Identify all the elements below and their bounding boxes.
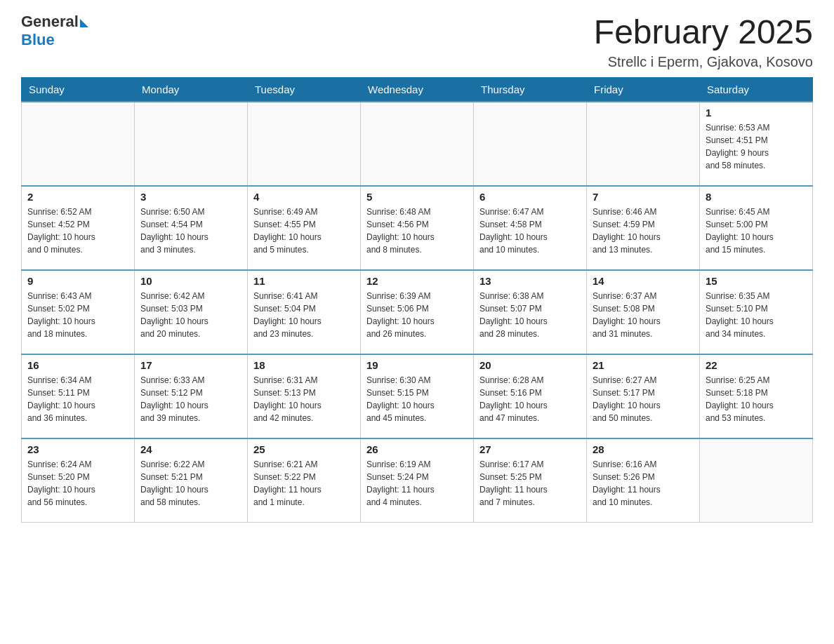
calendar-cell xyxy=(474,102,587,186)
day-number: 23 xyxy=(27,443,128,455)
month-title: February 2025 xyxy=(594,14,813,51)
page-header: General Blue February 2025 Strellc i Epe… xyxy=(21,14,813,70)
day-info: Sunrise: 6:37 AMSunset: 5:08 PMDaylight:… xyxy=(593,290,694,340)
day-number: 10 xyxy=(140,275,241,287)
day-number: 9 xyxy=(27,275,128,287)
day-number: 15 xyxy=(706,275,807,287)
calendar-week-row: 2Sunrise: 6:52 AMSunset: 4:52 PMDaylight… xyxy=(22,186,813,270)
day-number: 8 xyxy=(706,191,807,203)
calendar-cell: 8Sunrise: 6:45 AMSunset: 5:00 PMDaylight… xyxy=(700,186,813,270)
calendar-cell: 17Sunrise: 6:33 AMSunset: 5:12 PMDayligh… xyxy=(135,354,248,438)
logo-general-text: General xyxy=(21,14,79,29)
day-info: Sunrise: 6:34 AMSunset: 5:11 PMDaylight:… xyxy=(27,374,128,424)
weekday-header-tuesday: Tuesday xyxy=(248,77,361,102)
day-info: Sunrise: 6:41 AMSunset: 5:04 PMDaylight:… xyxy=(253,290,355,340)
day-info: Sunrise: 6:30 AMSunset: 5:15 PMDaylight:… xyxy=(366,374,468,424)
day-number: 12 xyxy=(366,275,468,287)
calendar-cell: 6Sunrise: 6:47 AMSunset: 4:58 PMDaylight… xyxy=(474,186,587,270)
calendar-cell xyxy=(587,102,700,186)
calendar-cell: 26Sunrise: 6:19 AMSunset: 5:24 PMDayligh… xyxy=(361,438,474,523)
calendar-cell: 23Sunrise: 6:24 AMSunset: 5:20 PMDayligh… xyxy=(22,438,135,523)
day-number: 3 xyxy=(140,191,241,203)
day-info: Sunrise: 6:27 AMSunset: 5:17 PMDaylight:… xyxy=(593,374,694,424)
calendar-cell: 10Sunrise: 6:42 AMSunset: 5:03 PMDayligh… xyxy=(135,270,248,354)
weekday-header-sunday: Sunday xyxy=(22,77,135,102)
day-number: 24 xyxy=(140,443,241,455)
weekday-header-monday: Monday xyxy=(135,77,248,102)
day-info: Sunrise: 6:31 AMSunset: 5:13 PMDaylight:… xyxy=(253,374,355,424)
calendar-cell xyxy=(700,438,813,523)
calendar-cell: 20Sunrise: 6:28 AMSunset: 5:16 PMDayligh… xyxy=(474,354,587,438)
day-info: Sunrise: 6:43 AMSunset: 5:02 PMDaylight:… xyxy=(27,290,128,340)
day-info: Sunrise: 6:33 AMSunset: 5:12 PMDaylight:… xyxy=(140,374,241,424)
day-info: Sunrise: 6:50 AMSunset: 4:54 PMDaylight:… xyxy=(140,206,241,256)
day-number: 25 xyxy=(253,443,355,455)
day-info: Sunrise: 6:47 AMSunset: 4:58 PMDaylight:… xyxy=(479,206,581,256)
weekday-header-wednesday: Wednesday xyxy=(361,77,474,102)
calendar-cell: 18Sunrise: 6:31 AMSunset: 5:13 PMDayligh… xyxy=(248,354,361,438)
day-number: 28 xyxy=(593,443,694,455)
day-info: Sunrise: 6:16 AMSunset: 5:26 PMDaylight:… xyxy=(593,458,694,509)
calendar-cell: 15Sunrise: 6:35 AMSunset: 5:10 PMDayligh… xyxy=(700,270,813,354)
calendar-cell: 16Sunrise: 6:34 AMSunset: 5:11 PMDayligh… xyxy=(22,354,135,438)
calendar-cell: 1Sunrise: 6:53 AMSunset: 4:51 PMDaylight… xyxy=(700,102,813,186)
calendar-cell: 12Sunrise: 6:39 AMSunset: 5:06 PMDayligh… xyxy=(361,270,474,354)
weekday-header-thursday: Thursday xyxy=(474,77,587,102)
day-number: 7 xyxy=(593,191,694,203)
calendar-cell xyxy=(22,102,135,186)
calendar-cell: 13Sunrise: 6:38 AMSunset: 5:07 PMDayligh… xyxy=(474,270,587,354)
day-number: 18 xyxy=(253,359,355,371)
title-block: February 2025 Strellc i Eperm, Gjakova, … xyxy=(594,14,813,70)
calendar-cell: 27Sunrise: 6:17 AMSunset: 5:25 PMDayligh… xyxy=(474,438,587,523)
calendar-week-row: 1Sunrise: 6:53 AMSunset: 4:51 PMDaylight… xyxy=(22,102,813,186)
day-number: 27 xyxy=(479,443,581,455)
day-info: Sunrise: 6:48 AMSunset: 4:56 PMDaylight:… xyxy=(366,206,468,256)
location-subtitle: Strellc i Eperm, Gjakova, Kosovo xyxy=(594,54,813,70)
day-number: 11 xyxy=(253,275,355,287)
calendar-cell: 28Sunrise: 6:16 AMSunset: 5:26 PMDayligh… xyxy=(587,438,700,523)
day-number: 17 xyxy=(140,359,241,371)
calendar-table: SundayMondayTuesdayWednesdayThursdayFrid… xyxy=(21,77,813,523)
calendar-cell: 14Sunrise: 6:37 AMSunset: 5:08 PMDayligh… xyxy=(587,270,700,354)
day-info: Sunrise: 6:28 AMSunset: 5:16 PMDaylight:… xyxy=(479,374,581,424)
calendar-cell: 4Sunrise: 6:49 AMSunset: 4:55 PMDaylight… xyxy=(248,186,361,270)
day-number: 5 xyxy=(366,191,468,203)
calendar-cell: 7Sunrise: 6:46 AMSunset: 4:59 PMDaylight… xyxy=(587,186,700,270)
day-info: Sunrise: 6:38 AMSunset: 5:07 PMDaylight:… xyxy=(479,290,581,340)
calendar-week-row: 16Sunrise: 6:34 AMSunset: 5:11 PMDayligh… xyxy=(22,354,813,438)
day-number: 26 xyxy=(366,443,468,455)
day-info: Sunrise: 6:24 AMSunset: 5:20 PMDaylight:… xyxy=(27,458,128,509)
calendar-week-row: 23Sunrise: 6:24 AMSunset: 5:20 PMDayligh… xyxy=(22,438,813,523)
day-number: 13 xyxy=(479,275,581,287)
weekday-header-saturday: Saturday xyxy=(700,77,813,102)
day-info: Sunrise: 6:52 AMSunset: 4:52 PMDaylight:… xyxy=(27,206,128,256)
calendar-cell: 22Sunrise: 6:25 AMSunset: 5:18 PMDayligh… xyxy=(700,354,813,438)
logo: General Blue xyxy=(21,14,88,49)
day-info: Sunrise: 6:35 AMSunset: 5:10 PMDaylight:… xyxy=(706,290,807,340)
day-number: 20 xyxy=(479,359,581,371)
day-info: Sunrise: 6:21 AMSunset: 5:22 PMDaylight:… xyxy=(253,458,355,509)
day-info: Sunrise: 6:17 AMSunset: 5:25 PMDaylight:… xyxy=(479,458,581,509)
day-info: Sunrise: 6:25 AMSunset: 5:18 PMDaylight:… xyxy=(706,374,807,424)
calendar-cell: 19Sunrise: 6:30 AMSunset: 5:15 PMDayligh… xyxy=(361,354,474,438)
day-info: Sunrise: 6:19 AMSunset: 5:24 PMDaylight:… xyxy=(366,458,468,509)
calendar-cell: 5Sunrise: 6:48 AMSunset: 4:56 PMDaylight… xyxy=(361,186,474,270)
calendar-week-row: 9Sunrise: 6:43 AMSunset: 5:02 PMDaylight… xyxy=(22,270,813,354)
calendar-cell: 21Sunrise: 6:27 AMSunset: 5:17 PMDayligh… xyxy=(587,354,700,438)
day-number: 22 xyxy=(706,359,807,371)
weekday-header-row: SundayMondayTuesdayWednesdayThursdayFrid… xyxy=(22,77,813,102)
calendar-cell xyxy=(135,102,248,186)
calendar-cell xyxy=(248,102,361,186)
logo-arrow-icon xyxy=(80,19,88,27)
day-number: 1 xyxy=(706,107,807,119)
day-info: Sunrise: 6:42 AMSunset: 5:03 PMDaylight:… xyxy=(140,290,241,340)
calendar-cell: 11Sunrise: 6:41 AMSunset: 5:04 PMDayligh… xyxy=(248,270,361,354)
day-info: Sunrise: 6:45 AMSunset: 5:00 PMDaylight:… xyxy=(706,206,807,256)
day-number: 6 xyxy=(479,191,581,203)
calendar-cell: 25Sunrise: 6:21 AMSunset: 5:22 PMDayligh… xyxy=(248,438,361,523)
day-number: 4 xyxy=(253,191,355,203)
day-info: Sunrise: 6:46 AMSunset: 4:59 PMDaylight:… xyxy=(593,206,694,256)
calendar-cell: 9Sunrise: 6:43 AMSunset: 5:02 PMDaylight… xyxy=(22,270,135,354)
day-info: Sunrise: 6:53 AMSunset: 4:51 PMDaylight:… xyxy=(706,121,807,172)
day-info: Sunrise: 6:22 AMSunset: 5:21 PMDaylight:… xyxy=(140,458,241,509)
